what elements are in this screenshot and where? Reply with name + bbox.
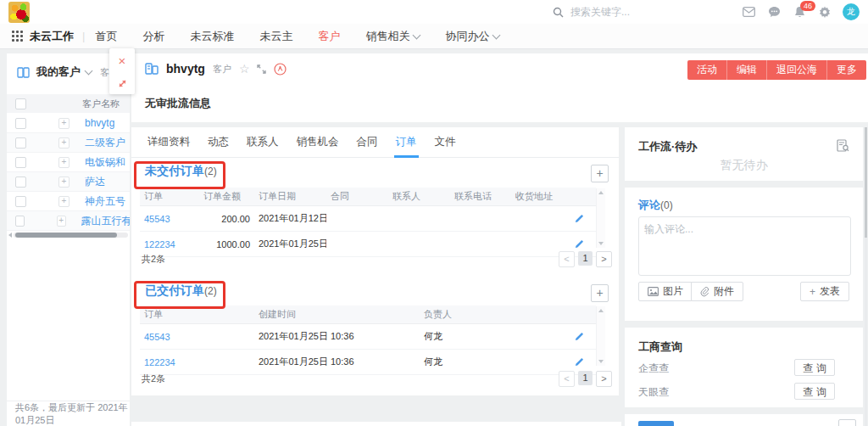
expand-plus-icon[interactable]: + xyxy=(58,157,70,168)
order-link[interactable]: 45543 xyxy=(144,214,170,224)
scroll-down-icon[interactable] xyxy=(598,242,604,245)
table-scrollbar[interactable] xyxy=(596,306,605,366)
resize-diagonal-icon[interactable] xyxy=(117,78,128,89)
add-button[interactable] xyxy=(838,419,856,426)
workspace-name[interactable]: 未云工作 xyxy=(30,29,74,44)
horizontal-scrollbar[interactable] xyxy=(8,232,128,238)
tab-orders[interactable]: 订单 xyxy=(394,127,419,157)
tab-contracts[interactable]: 合同 xyxy=(355,127,380,157)
row-checkbox[interactable] xyxy=(15,177,26,188)
table-row: 45543 2021年01月25日 10:36 何龙 xyxy=(140,324,596,350)
tab-contacts[interactable]: 联系人 xyxy=(245,127,281,157)
customer-name-link[interactable]: 电饭锅和 xyxy=(85,155,125,170)
customer-name-link[interactable]: 露山五行有限 xyxy=(81,214,130,228)
activity-button[interactable]: 活动 xyxy=(687,60,727,80)
list-item[interactable]: +神舟五号 xyxy=(7,192,130,211)
nav-item-home[interactable]: 首页 xyxy=(95,29,117,44)
add-order-button[interactable]: + xyxy=(591,165,609,182)
nav-item-sales[interactable]: 销售相关 xyxy=(365,29,420,44)
order-link[interactable]: 122234 xyxy=(144,357,175,367)
image-button[interactable]: 图片 xyxy=(638,282,693,301)
star-icon[interactable]: ☆ xyxy=(239,62,250,76)
row-checkbox[interactable] xyxy=(15,196,26,207)
next-page-button[interactable]: > xyxy=(596,251,612,267)
tianyancha-query-button[interactable]: 查询 xyxy=(794,383,835,400)
select-all-checkbox[interactable] xyxy=(15,98,26,109)
mail-button[interactable] xyxy=(736,7,761,17)
building-icon xyxy=(145,63,159,75)
publish-button[interactable]: + 发表 xyxy=(800,282,849,301)
settings-button[interactable] xyxy=(812,6,837,18)
tab-details[interactable]: 详细资料 xyxy=(146,127,192,157)
global-search-input[interactable]: 搜索关键字... xyxy=(553,5,630,20)
notifications-button[interactable]: 46 xyxy=(787,6,812,18)
current-page[interactable]: 1 xyxy=(578,371,593,385)
chat-button[interactable] xyxy=(761,6,787,18)
qichacha-query-button[interactable]: 查询 xyxy=(794,359,835,376)
order-link[interactable]: 122234 xyxy=(144,239,175,249)
attachment-button[interactable]: 附件 xyxy=(691,282,743,301)
nav-item-analysis[interactable]: 分析 xyxy=(142,29,164,44)
nav-item-customers[interactable]: 客户 xyxy=(318,29,340,44)
row-checkbox[interactable] xyxy=(15,118,26,129)
row-checkbox[interactable] xyxy=(15,157,26,168)
scrollbar-thumb[interactable] xyxy=(865,127,867,238)
order-link[interactable]: 45543 xyxy=(144,332,170,342)
customer-name-link[interactable]: bhvytg xyxy=(85,117,114,129)
nav-item-main[interactable]: 未云主 xyxy=(259,29,292,44)
next-page-button[interactable]: > xyxy=(596,371,612,387)
edit-pencil-icon[interactable] xyxy=(575,239,584,249)
scroll-down-icon[interactable] xyxy=(598,360,604,363)
list-item[interactable]: +二级客户 xyxy=(7,133,130,153)
tab-activity[interactable]: 动态 xyxy=(206,127,231,157)
current-page[interactable]: 1 xyxy=(578,251,593,266)
comment-input[interactable] xyxy=(638,216,851,276)
customer-name-link[interactable]: 萨达 xyxy=(85,175,105,189)
prev-page-button[interactable]: < xyxy=(559,251,575,267)
chevron-down-icon[interactable] xyxy=(85,67,93,76)
edit-pencil-icon[interactable] xyxy=(575,357,584,367)
edit-button[interactable]: 编辑 xyxy=(727,60,767,80)
table-header-row: 订单订单金额订单日期合同联系人联系电话收货地址 xyxy=(140,188,596,206)
nav-item-standard[interactable]: 未云标准 xyxy=(190,29,234,44)
scroll-up-icon[interactable] xyxy=(598,309,604,312)
customer-name-link[interactable]: 神舟五号 xyxy=(85,194,125,209)
add-order-button[interactable]: + xyxy=(591,284,609,302)
expand-plus-icon[interactable]: + xyxy=(58,177,70,188)
right-panel-scrollbar[interactable] xyxy=(865,127,867,426)
pagination: < 1 > xyxy=(559,371,612,387)
list-item[interactable]: +电饭锅和 xyxy=(7,153,130,172)
close-icon[interactable]: × xyxy=(119,54,126,67)
scroll-up-icon[interactable] xyxy=(598,191,604,194)
customer-list-panel: 我的客户 客户 客户名称 +bhvytg +二级客户 +电饭锅和 +萨达 +神舟… xyxy=(7,53,130,426)
row-checkbox[interactable] xyxy=(15,137,26,149)
app-grid-icon[interactable] xyxy=(12,31,23,42)
seal-icon[interactable] xyxy=(274,63,287,76)
nav-item-collaboration[interactable]: 协同办公 xyxy=(445,29,499,44)
scroll-left-arrow-icon[interactable] xyxy=(8,233,12,238)
list-item[interactable]: +bhvytg xyxy=(7,114,130,133)
expand-plus-icon[interactable]: + xyxy=(58,196,70,207)
tab-opportunities[interactable]: 销售机会 xyxy=(295,127,341,157)
fullscreen-icon[interactable] xyxy=(257,64,266,74)
customer-name-link[interactable]: 二级客户 xyxy=(85,136,125,150)
tianyancha-label: 天眼查 xyxy=(638,385,669,400)
expand-plus-icon[interactable]: + xyxy=(58,137,70,149)
list-item[interactable]: +萨达 xyxy=(7,172,130,192)
prev-page-button[interactable]: < xyxy=(559,371,575,387)
expand-plus-icon[interactable]: + xyxy=(57,216,66,227)
app-logo[interactable] xyxy=(8,2,30,23)
more-button[interactable]: 更多 xyxy=(827,60,866,80)
list-title[interactable]: 我的客户 xyxy=(36,64,81,80)
user-avatar[interactable]: 龙 xyxy=(843,3,860,20)
scrollbar-thumb[interactable] xyxy=(15,233,117,238)
edit-pencil-icon[interactable] xyxy=(575,214,584,223)
expand-plus-icon[interactable]: + xyxy=(58,118,70,129)
tab-files[interactable]: 文件 xyxy=(433,127,458,157)
row-checkbox[interactable] xyxy=(15,216,25,227)
table-scrollbar[interactable] xyxy=(596,188,605,248)
list-item[interactable]: +露山五行有限 xyxy=(7,211,130,231)
edit-pencil-icon[interactable] xyxy=(575,332,584,341)
doc-search-icon[interactable] xyxy=(837,139,849,152)
return-to-pool-button[interactable]: 退回公海 xyxy=(767,60,827,80)
